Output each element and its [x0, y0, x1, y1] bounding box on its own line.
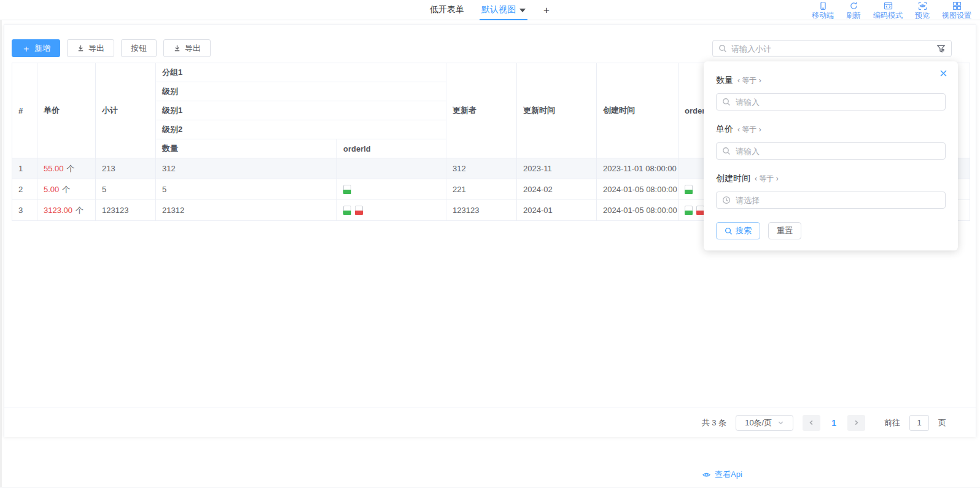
- file-xlsx-icon[interactable]: [343, 206, 351, 215]
- cell-update-time: 2024-02: [517, 179, 597, 200]
- code-mode-button[interactable]: 编码模式: [873, 1, 903, 20]
- next-page-button[interactable]: [847, 415, 865, 431]
- filter-quantity-operator[interactable]: ‹ 等于 ›: [737, 76, 761, 86]
- price-unit: 个: [62, 185, 70, 194]
- price-value: 55.00: [44, 164, 64, 173]
- cell-create-time: 2024-01-05 08:00:00: [597, 200, 679, 221]
- header-unit-price: 单价: [37, 63, 96, 158]
- tab-default-view[interactable]: 默认视图: [480, 0, 527, 20]
- file-xlsx-icon[interactable]: [685, 185, 693, 194]
- current-page[interactable]: 1: [830, 418, 838, 428]
- filter-reset-button[interactable]: 重置: [768, 222, 801, 239]
- tab-form-label: 低开表单: [430, 4, 464, 15]
- page-unit-label: 页: [938, 417, 946, 428]
- filter-create-time-input[interactable]: [736, 196, 939, 205]
- filter-quantity-label: 数量: [716, 75, 733, 86]
- cell-subtotal: 5: [96, 179, 156, 200]
- filter-actions: 搜索 重置: [716, 222, 946, 239]
- filter-quantity-inputbox: [716, 93, 946, 110]
- page-size-select[interactable]: 10条/页: [736, 415, 793, 431]
- header-index: #: [12, 63, 37, 158]
- filter-create-time-operator[interactable]: ‹ 等于 ›: [755, 174, 779, 184]
- preview-button[interactable]: 预览: [915, 1, 930, 20]
- filter-field-create-time: 创建时间 ‹ 等于 ›: [716, 173, 946, 209]
- cell-index: 2: [12, 179, 37, 200]
- cell-quantity: 312: [156, 158, 337, 179]
- page: 低开表单 默认视图 + 移动端 刷新 编码模式: [0, 0, 980, 496]
- toolbar: ＋ 新增 导出 按钮 导出: [12, 39, 211, 57]
- cell-unit-price: 55.00个: [37, 158, 96, 179]
- mobile-icon: [819, 1, 828, 10]
- preview-icon: [918, 1, 927, 10]
- top-tab-bar: 低开表单 默认视图 + 移动端 刷新 编码模式: [0, 0, 980, 20]
- plus-icon: ＋: [21, 44, 31, 53]
- close-icon: [939, 69, 948, 78]
- refresh-button[interactable]: 刷新: [846, 1, 861, 20]
- filter-unit-price-operator[interactable]: ‹ 等于 ›: [737, 125, 761, 135]
- cell-order-files: [337, 200, 446, 221]
- header-order-id: orderId: [337, 139, 446, 158]
- cell-order-files: [337, 158, 446, 179]
- file-xlsx-icon[interactable]: [343, 185, 351, 194]
- export-button-1[interactable]: 导出: [67, 39, 114, 57]
- export-button-2[interactable]: 导出: [163, 39, 211, 57]
- cell-subtotal: 123123: [96, 200, 156, 221]
- funnel-icon[interactable]: [936, 44, 946, 53]
- close-filter-button[interactable]: [939, 69, 948, 78]
- prev-page-button[interactable]: [803, 415, 820, 431]
- search-icon: [718, 44, 727, 53]
- chevron-down-icon: [777, 419, 784, 426]
- cell-quantity: 5: [156, 179, 337, 200]
- filter-create-time-label: 创建时间: [716, 173, 750, 184]
- tab-form[interactable]: 低开表单: [428, 0, 466, 20]
- quick-search-input[interactable]: [731, 44, 932, 53]
- tab-default-view-label: 默认视图: [481, 4, 516, 15]
- price-unit: 个: [76, 206, 84, 215]
- refresh-icon: [849, 1, 858, 10]
- file-xlsx-icon[interactable]: [685, 206, 693, 215]
- goto-label: 前往: [884, 417, 900, 428]
- header-level2: 级别2: [156, 120, 446, 139]
- filter-panel: 数量 ‹ 等于 › 单价 ‹ 等于 › 创建时间 ‹ 等于 ›: [704, 61, 958, 250]
- export-button-2-label: 导出: [185, 43, 201, 54]
- caret-down-icon[interactable]: [519, 9, 526, 12]
- price-unit: 个: [67, 164, 75, 173]
- cell-update-time: 2024-01: [517, 200, 597, 221]
- cell-subtotal: 213: [96, 158, 156, 179]
- window-left-edge: [0, 20, 2, 487]
- filter-create-time-inputbox: [716, 192, 946, 209]
- header-subtotal: 小计: [96, 63, 156, 158]
- clock-icon: [722, 196, 731, 204]
- code-mode-label: 编码模式: [873, 11, 903, 20]
- add-view-tab-button[interactable]: +: [541, 0, 552, 20]
- generic-button-label: 按钮: [131, 43, 147, 54]
- download-icon: [173, 44, 181, 52]
- mobile-button[interactable]: 移动端: [812, 1, 834, 20]
- filter-search-button[interactable]: 搜索: [716, 222, 760, 239]
- cell-quantity: 21312: [156, 200, 337, 221]
- filter-unit-price-input[interactable]: [736, 147, 939, 156]
- filter-quantity-input[interactable]: [736, 98, 939, 107]
- file-pdf-icon[interactable]: [355, 206, 363, 215]
- view-settings-button[interactable]: 视图设置: [942, 1, 971, 20]
- filter-reset-label: 重置: [777, 225, 793, 236]
- cell-order-files: [337, 179, 446, 200]
- chevron-left-icon: [808, 419, 815, 426]
- chevron-right-icon: [853, 419, 860, 426]
- header-create-time: 创建时间: [597, 63, 679, 158]
- generic-button[interactable]: 按钮: [121, 39, 157, 57]
- export-button-1-label: 导出: [88, 43, 104, 54]
- header-level: 级别: [156, 82, 446, 101]
- view-settings-icon: [952, 1, 962, 10]
- code-mode-icon: [884, 1, 893, 10]
- add-button[interactable]: ＋ 新增: [12, 39, 60, 57]
- price-value: 5.00: [44, 185, 59, 194]
- bottom-divider: [0, 487, 980, 487]
- view-api-link[interactable]: 查看Api: [702, 469, 742, 480]
- filter-field-unit-price: 单价 ‹ 等于 ›: [716, 124, 946, 160]
- cell-updater: 221: [446, 179, 517, 200]
- eye-icon: [702, 470, 711, 479]
- goto-page-input[interactable]: [909, 415, 929, 431]
- header-quantity: 数量: [156, 139, 337, 158]
- add-button-label: 新增: [34, 43, 50, 54]
